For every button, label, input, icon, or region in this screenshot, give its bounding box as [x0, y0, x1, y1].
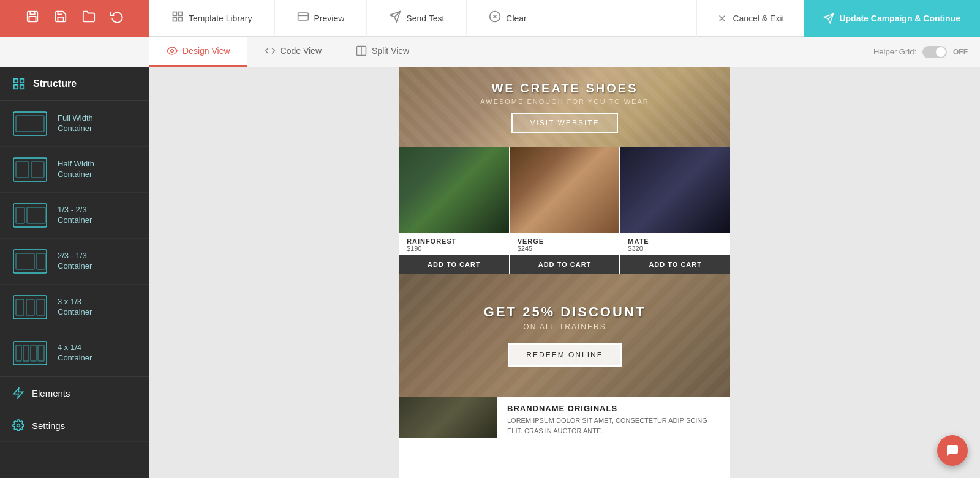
- email-canvas: WE CREATE SHOES AWESOME ENOUGH FOR YOU T…: [399, 67, 730, 478]
- svg-rect-17: [14, 85, 18, 89]
- discount-subtitle: ON ALL TRAINERS: [523, 323, 606, 331]
- svg-rect-26: [27, 207, 45, 223]
- svg-rect-16: [20, 79, 24, 83]
- product-verge[interactable]: VERGE $245 ADD TO CART: [510, 147, 621, 274]
- redeem-online-label: REDEEM ONLINE: [526, 351, 603, 359]
- cancel-button[interactable]: Cancel & Exit: [696, 0, 804, 37]
- template-library-label: Template Library: [189, 13, 252, 23]
- svg-point-12: [171, 50, 174, 53]
- add-to-cart-rainforest-label: ADD TO CART: [428, 261, 481, 268]
- send-test-label: Send Test: [406, 13, 444, 23]
- sidebar-structure-title: Structure: [0, 67, 149, 101]
- svg-rect-22: [16, 162, 29, 177]
- full-width-label: Full WidthContainer: [58, 113, 93, 134]
- toolbar: Template Library Preview Send Test: [0, 0, 980, 37]
- chat-icon: [945, 443, 960, 458]
- helper-grid-toggle-switch[interactable]: [922, 46, 947, 58]
- discount-banner-section[interactable]: GET 25% DISCOUNT ON ALL TRAINERS REDEEM …: [399, 274, 730, 397]
- update-campaign-button[interactable]: Update Campaign & Continue: [804, 0, 980, 37]
- brand-footer-section[interactable]: BRANDNAME ORIGINALS LOREM IPSUM DOLOR SI…: [399, 397, 730, 443]
- floppy-icon[interactable]: [50, 6, 71, 30]
- nav-template-library[interactable]: Template Library: [149, 0, 275, 37]
- svg-rect-33: [37, 299, 45, 315]
- sidebar-item-third-twothirds[interactable]: 1/3 - 2/3Container: [0, 193, 149, 239]
- undo-icon[interactable]: [107, 6, 127, 30]
- svg-rect-4: [179, 18, 183, 21]
- nav-preview[interactable]: Preview: [275, 0, 368, 37]
- sidebar-item-full-width[interactable]: Full WidthContainer: [0, 101, 149, 147]
- settings-label: Settings: [32, 420, 65, 431]
- tab-design-view[interactable]: Design View: [149, 37, 247, 67]
- svg-rect-32: [26, 299, 34, 315]
- brand-text-block: BRANDNAME ORIGINALS LOREM IPSUM DOLOR SI…: [497, 397, 730, 443]
- add-to-cart-verge-label: ADD TO CART: [538, 261, 592, 268]
- svg-rect-35: [16, 345, 21, 361]
- product-rainforest-image: [399, 147, 509, 233]
- tab-split-view[interactable]: Split View: [339, 37, 426, 67]
- redeem-online-button[interactable]: REDEEM ONLINE: [508, 343, 621, 367]
- folder-icon[interactable]: [78, 6, 99, 30]
- svg-rect-28: [16, 253, 34, 269]
- svg-rect-37: [31, 345, 36, 361]
- add-to-cart-rainforest[interactable]: ADD TO CART: [399, 255, 509, 274]
- clear-icon: [489, 10, 501, 26]
- clear-label: Clear: [506, 13, 526, 23]
- structure-label: Structure: [33, 78, 77, 89]
- add-to-cart-mate[interactable]: ADD TO CART: [620, 255, 730, 274]
- save-icon[interactable]: [22, 6, 43, 30]
- add-to-cart-verge[interactable]: ADD TO CART: [510, 255, 620, 274]
- main-layout: Structure Full WidthContainer Half Wi: [0, 67, 980, 478]
- product-mate-info: MATE $320: [620, 233, 730, 255]
- three-thirds-label: 3 x 1/3Container: [58, 297, 92, 318]
- half-width-label: Half WidthContainer: [58, 159, 94, 180]
- tab-code-view[interactable]: Code View: [247, 37, 339, 67]
- helper-grid-toggle: Helper Grid: OFF: [873, 46, 968, 58]
- preview-label: Preview: [314, 13, 345, 23]
- brand-image: [399, 397, 497, 438]
- product-verge-info: VERGE $245: [510, 233, 620, 255]
- svg-point-40: [17, 424, 20, 427]
- email-hero-section[interactable]: WE CREATE SHOES AWESOME ENOUGH FOR YOU T…: [399, 67, 730, 147]
- sidebar-item-half-width[interactable]: Half WidthContainer: [0, 147, 149, 193]
- sidebar-item-twothirds-third[interactable]: 2/3 - 1/3Container: [0, 239, 149, 285]
- product-mate-image: [620, 147, 730, 233]
- hero-subtitle: AWESOME ENOUGH FOR YOU TO WEAR: [480, 98, 649, 105]
- send-test-icon: [389, 10, 401, 26]
- half-width-icon: [12, 157, 48, 182]
- twothirds-third-label: 2/3 - 1/3Container: [58, 251, 92, 272]
- visit-website-button[interactable]: VISIT WEBSITE: [511, 113, 617, 133]
- third-twothirds-label: 1/3 - 2/3Container: [58, 205, 92, 226]
- sidebar: Structure Full WidthContainer Half Wi: [0, 67, 149, 478]
- svg-rect-31: [16, 299, 24, 315]
- toolbar-nav: Template Library Preview Send Test: [149, 0, 696, 37]
- product-mate-name: MATE: [628, 237, 723, 245]
- sidebar-elements-item[interactable]: Elements: [0, 377, 149, 409]
- svg-rect-18: [20, 85, 24, 89]
- tab-design-label: Design View: [183, 46, 230, 56]
- svg-rect-3: [173, 18, 177, 21]
- svg-rect-36: [23, 345, 29, 361]
- add-to-cart-mate-label: ADD TO CART: [649, 261, 702, 268]
- nav-send-test[interactable]: Send Test: [367, 0, 467, 37]
- cancel-label: Cancel & Exit: [733, 13, 784, 23]
- nav-clear[interactable]: Clear: [467, 0, 549, 37]
- helper-grid-off-label: OFF: [953, 48, 968, 56]
- view-tabs: Design View Code View Split View Helper …: [0, 37, 980, 67]
- sidebar-item-three-thirds[interactable]: 3 x 1/3Container: [0, 285, 149, 330]
- product-rainforest[interactable]: RAINFOREST $190 ADD TO CART: [399, 147, 510, 274]
- tab-split-label: Split View: [372, 46, 409, 56]
- four-fourths-icon: [12, 340, 48, 366]
- hero-title: WE CREATE SHOES: [491, 81, 638, 95]
- product-mate[interactable]: MATE $320 ADD TO CART: [620, 147, 730, 274]
- product-verge-price: $245: [518, 245, 612, 252]
- svg-rect-38: [38, 345, 44, 361]
- sidebar-item-four-fourths[interactable]: 4 x 1/4Container: [0, 330, 149, 376]
- four-fourths-label: 4 x 1/4Container: [58, 343, 92, 364]
- svg-rect-23: [31, 162, 44, 177]
- svg-rect-1: [173, 12, 177, 16]
- toolbar-right: Cancel & Exit Update Campaign & Continue: [696, 0, 980, 37]
- svg-marker-39: [14, 388, 23, 398]
- sidebar-settings-item[interactable]: Settings: [0, 409, 149, 442]
- chat-support-button[interactable]: [937, 435, 968, 466]
- canvas-area[interactable]: WE CREATE SHOES AWESOME ENOUGH FOR YOU T…: [149, 67, 980, 478]
